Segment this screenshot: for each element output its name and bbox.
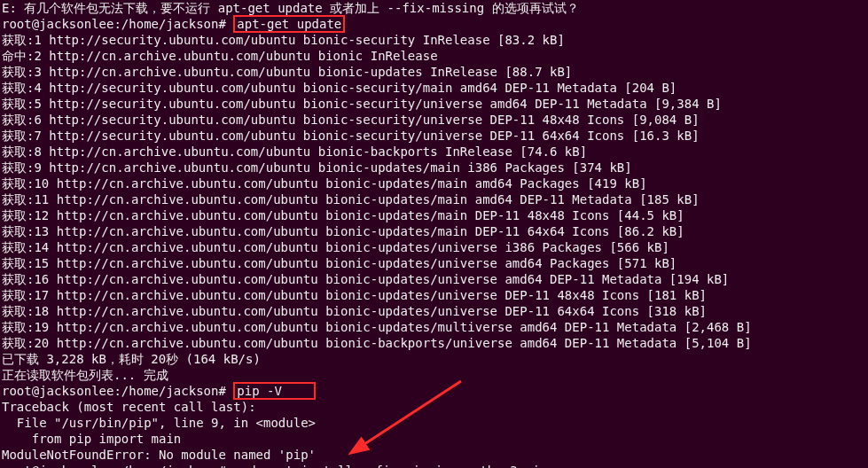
terminal-line: 获取:13 http://cn.archive.ubuntu.com/ubunt… xyxy=(2,223,866,239)
terminal-line: E: 有几个软件包无法下载，要不运行 apt-get update 或者加上 -… xyxy=(2,0,866,16)
terminal-line: from pip import main xyxy=(2,431,866,447)
terminal-text: 获取:14 http://cn.archive.ubuntu.com/ubunt… xyxy=(2,240,669,254)
terminal-line: 获取:8 http://cn.archive.ubuntu.com/ubuntu… xyxy=(2,144,866,160)
terminal-text: 获取:9 http://cn.archive.ubuntu.com/ubuntu… xyxy=(2,160,632,175)
terminal-line: 获取:15 http://cn.archive.ubuntu.com/ubunt… xyxy=(2,255,866,271)
terminal-line: 获取:11 http://cn.archive.ubuntu.com/ubunt… xyxy=(2,191,866,207)
terminal-line: 获取:7 http://security.ubuntu.com/ubuntu b… xyxy=(2,128,866,144)
terminal-text: root@jacksonlee:/home/jackson# xyxy=(2,17,233,31)
terminal-text: 已下载 3,228 kB，耗时 20秒 (164 kB/s) xyxy=(2,352,261,366)
terminal-line: 获取:20 http://cn.archive.ubuntu.com/ubunt… xyxy=(2,335,866,351)
terminal-line: 已下载 3,228 kB，耗时 20秒 (164 kB/s) xyxy=(2,351,866,367)
terminal-text: root@jacksonlee:/home/jackson# xyxy=(2,384,233,398)
terminal-text: 获取:11 http://cn.archive.ubuntu.com/ubunt… xyxy=(2,192,700,207)
terminal-text: ModuleNotFoundError: No module named 'pi… xyxy=(2,448,316,462)
terminal-line: 命中:2 http://cn.archive.ubuntu.com/ubuntu… xyxy=(2,48,866,64)
terminal-line: 获取:4 http://security.ubuntu.com/ubuntu b… xyxy=(2,80,866,96)
terminal-line: root@jacksonlee:/home/jackson# apt-get u… xyxy=(2,16,866,32)
terminal-line: 获取:17 http://cn.archive.ubuntu.com/ubunt… xyxy=(2,287,866,303)
terminal-text: 获取:8 http://cn.archive.ubuntu.com/ubuntu… xyxy=(2,144,587,159)
terminal-text: 获取:6 http://security.ubuntu.com/ubuntu b… xyxy=(2,113,700,127)
terminal-text: 获取:17 http://cn.archive.ubuntu.com/ubunt… xyxy=(2,288,707,302)
terminal-text: 获取:19 http://cn.archive.ubuntu.com/ubunt… xyxy=(2,320,752,334)
highlighted-command: apt-get update xyxy=(233,15,345,33)
highlighted-command: pip -V xyxy=(233,382,315,400)
terminal-line: 获取:14 http://cn.archive.ubuntu.com/ubunt… xyxy=(2,239,866,255)
terminal-text: 获取:16 http://cn.archive.ubuntu.com/ubunt… xyxy=(2,272,729,286)
terminal-line: File "/usr/bin/pip", line 9, in <module> xyxy=(2,415,866,431)
terminal-text: 获取:13 http://cn.archive.ubuntu.com/ubunt… xyxy=(2,224,684,238)
terminal-line: Traceback (most recent call last): xyxy=(2,399,866,415)
terminal-text: 获取:3 http://cn.archive.ubuntu.com/ubuntu… xyxy=(2,65,572,79)
terminal-text: 正在读取软件包列表... 完成 xyxy=(2,368,168,382)
terminal-text: 获取:4 http://security.ubuntu.com/ubuntu b… xyxy=(2,81,676,95)
terminal-text: 获取:10 http://cn.archive.ubuntu.com/ubunt… xyxy=(2,176,647,191)
terminal-line: root@jacksonlee:/home/jackson# sudo apt … xyxy=(2,463,866,468)
terminal-text: 获取:1 http://security.ubuntu.com/ubuntu b… xyxy=(2,33,565,47)
terminal-text: 获取:18 http://cn.archive.ubuntu.com/ubunt… xyxy=(2,304,707,318)
terminal-text: Traceback (most recent call last): xyxy=(2,400,256,414)
terminal-text: from pip import main xyxy=(2,432,181,446)
terminal-text: 获取:15 http://cn.archive.ubuntu.com/ubunt… xyxy=(2,256,676,270)
terminal-line: 获取:1 http://security.ubuntu.com/ubuntu b… xyxy=(2,32,866,48)
terminal-text: 获取:12 http://cn.archive.ubuntu.com/ubunt… xyxy=(2,208,684,222)
terminal-line: 获取:10 http://cn.archive.ubuntu.com/ubunt… xyxy=(2,176,866,191)
terminal-line: 获取:9 http://cn.archive.ubuntu.com/ubuntu… xyxy=(2,160,866,176)
terminal-text: E: 有几个软件包无法下载，要不运行 apt-get update 或者加上 -… xyxy=(2,1,579,15)
terminal-text: File "/usr/bin/pip", line 9, in <module> xyxy=(2,416,316,430)
terminal-text: root@jacksonlee:/home/jackson# sudo apt … xyxy=(2,464,547,468)
terminal-line: 获取:18 http://cn.archive.ubuntu.com/ubunt… xyxy=(2,303,866,319)
terminal-line: root@jacksonlee:/home/jackson# pip -V xyxy=(2,383,866,399)
terminal-line: 获取:5 http://security.ubuntu.com/ubuntu b… xyxy=(2,96,866,112)
terminal-line: 获取:19 http://cn.archive.ubuntu.com/ubunt… xyxy=(2,319,866,335)
terminal-text: 获取:20 http://cn.archive.ubuntu.com/ubunt… xyxy=(2,336,752,350)
terminal-text: 命中:2 http://cn.archive.ubuntu.com/ubuntu… xyxy=(2,49,438,63)
terminal-line: 获取:6 http://security.ubuntu.com/ubuntu b… xyxy=(2,112,866,128)
terminal-line: 正在读取软件包列表... 完成 xyxy=(2,367,866,383)
terminal-output[interactable]: E: 有几个软件包无法下载，要不运行 apt-get update 或者加上 -… xyxy=(0,0,868,468)
terminal-line: 获取:12 http://cn.archive.ubuntu.com/ubunt… xyxy=(2,207,866,223)
terminal-line: 获取:16 http://cn.archive.ubuntu.com/ubunt… xyxy=(2,271,866,287)
terminal-text: 获取:7 http://security.ubuntu.com/ubuntu b… xyxy=(2,129,700,143)
terminal-text: 获取:5 http://security.ubuntu.com/ubuntu b… xyxy=(2,97,722,111)
terminal-line: ModuleNotFoundError: No module named 'pi… xyxy=(2,447,866,463)
terminal-line: 获取:3 http://cn.archive.ubuntu.com/ubuntu… xyxy=(2,64,866,80)
